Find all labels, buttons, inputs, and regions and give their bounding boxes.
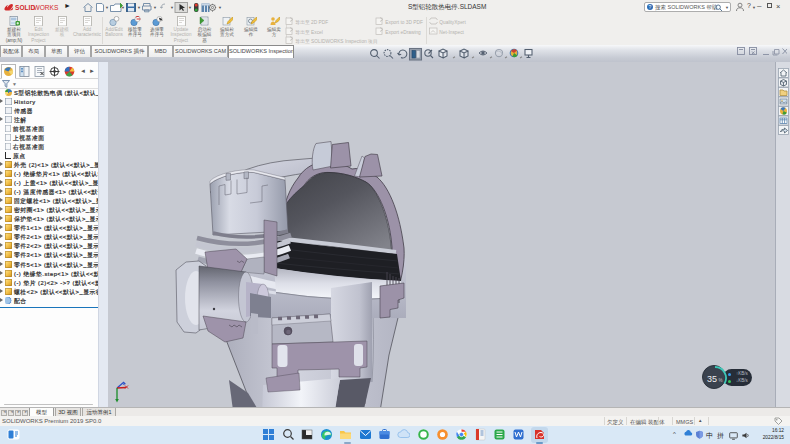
svg-text:%: %: [719, 378, 723, 383]
svg-text:WORKS: WORKS: [34, 4, 60, 11]
svg-text:SOLID: SOLID: [15, 4, 35, 11]
svg-text:35: 35: [707, 374, 717, 384]
